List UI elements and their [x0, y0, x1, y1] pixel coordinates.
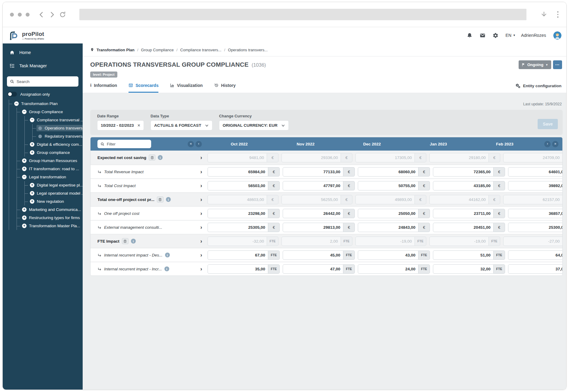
window-control-dot[interactable] [26, 13, 30, 17]
breadcrumb-item[interactable]: Group Compliance [141, 48, 173, 52]
tree-item[interactable]: +Restructuring types for firms [3, 214, 83, 222]
value-input[interactable] [283, 264, 343, 274]
assignation-toggle[interactable] [8, 92, 17, 97]
value-input[interactable] [508, 181, 563, 190]
value-input[interactable] [358, 167, 418, 177]
window-control-dot[interactable] [18, 13, 22, 17]
leaf-dot-icon[interactable] [38, 126, 42, 130]
expand-node-icon[interactable]: + [30, 191, 34, 196]
tree-item[interactable]: −Transformation Plan [3, 100, 83, 108]
tree-item[interactable]: Regulatory transversa... [3, 132, 83, 140]
date-range-input[interactable]: 10/2022 - 02/2023 × [97, 120, 144, 130]
window-control-dot[interactable] [10, 13, 14, 17]
clear-date-icon[interactable]: × [138, 123, 140, 128]
avatar[interactable] [553, 31, 561, 40]
tree-item[interactable]: +Legal operational model ... [3, 189, 83, 197]
more-actions-button[interactable]: ••• [553, 60, 562, 69]
reload-icon[interactable] [59, 11, 66, 18]
expand-row-chevron[interactable]: › [200, 211, 202, 216]
tab-visualization[interactable]: Visualization [170, 83, 202, 93]
expand-node-icon[interactable]: + [30, 142, 34, 147]
tab-information[interactable]: i Information [90, 83, 117, 93]
value-input[interactable] [433, 264, 494, 274]
value-input[interactable] [208, 209, 268, 218]
tree-item[interactable]: +IT transformation: road to ... [3, 165, 83, 173]
next-page-button[interactable]: › [544, 141, 551, 147]
expand-node-icon[interactable]: + [22, 224, 27, 228]
tree-item[interactable]: +Group Human Ressources [3, 157, 83, 165]
expand-node-icon[interactable]: + [22, 167, 27, 171]
calculator-icon[interactable] [157, 196, 164, 202]
expand-node-icon[interactable]: + [22, 158, 27, 163]
breadcrumb-item[interactable]: Compliance transvers... [180, 48, 221, 52]
tree-item[interactable]: +New regulation [3, 197, 83, 206]
calculator-icon[interactable] [122, 238, 129, 244]
value-input[interactable] [283, 209, 343, 218]
info-icon[interactable]: i [131, 239, 136, 244]
sidebar-search[interactable] [7, 76, 78, 87]
breadcrumb-item[interactable]: Operations transvers... [228, 48, 268, 52]
tab-history[interactable]: History [214, 83, 236, 93]
forward-icon[interactable] [49, 11, 56, 18]
collapse-node-icon[interactable]: − [30, 118, 34, 122]
calculator-icon[interactable] [149, 155, 155, 161]
tree-item[interactable]: −Legal transformation [3, 173, 83, 181]
info-icon[interactable]: i [164, 266, 169, 271]
expand-row-chevron[interactable]: › [200, 225, 202, 230]
browser-menu-icon[interactable] [557, 11, 559, 18]
back-icon[interactable] [38, 11, 45, 18]
value-input[interactable] [208, 181, 268, 190]
tree-item[interactable]: Operations transvers... [3, 124, 83, 132]
value-input[interactable] [358, 181, 418, 190]
value-input[interactable] [208, 264, 268, 274]
expand-row-chevron[interactable]: › [200, 197, 202, 202]
expand-row-chevron[interactable]: › [200, 238, 202, 244]
tree-item[interactable]: +Digital legal expertise pl... [3, 181, 83, 189]
value-input[interactable] [508, 264, 563, 274]
value-input[interactable] [433, 223, 494, 232]
save-button[interactable]: Save [538, 119, 558, 129]
propilot-logo[interactable]: proPilot — Powered by dFakto [8, 30, 44, 41]
expand-node-icon[interactable]: + [22, 207, 27, 212]
value-input[interactable] [508, 209, 563, 218]
last-page-button[interactable]: » [552, 141, 558, 147]
expand-row-chevron[interactable]: › [200, 169, 202, 174]
first-page-button[interactable]: « [188, 141, 194, 147]
expand-node-icon[interactable]: + [30, 199, 34, 204]
value-input[interactable] [208, 167, 268, 177]
value-input[interactable] [508, 223, 563, 232]
breadcrumb-item[interactable]: Transformation Plan [97, 48, 135, 52]
tree-item[interactable]: −Group Compliance [3, 108, 83, 116]
expand-row-chevron[interactable]: › [200, 183, 202, 188]
tree-item[interactable]: +Transformation Master Pla... [3, 222, 83, 230]
value-input[interactable] [283, 167, 343, 177]
bell-icon[interactable] [467, 33, 472, 38]
collapse-node-icon[interactable]: − [22, 175, 27, 179]
value-input[interactable] [208, 250, 268, 260]
tab-scorecards[interactable]: Scorecards [129, 83, 158, 93]
value-input[interactable] [358, 250, 418, 260]
status-button[interactable]: Ongoing ▼ [519, 60, 551, 69]
expand-row-chevron[interactable]: › [200, 266, 202, 272]
sidebar-item-home[interactable]: Home [3, 46, 83, 59]
expand-node-icon[interactable]: + [22, 215, 27, 220]
expand-node-icon[interactable]: + [30, 183, 34, 187]
value-input[interactable] [508, 167, 563, 177]
table-filter[interactable] [97, 140, 151, 148]
currency-select[interactable]: ORIGINAL CURRENCY: EUR [219, 120, 289, 130]
gear-icon[interactable] [493, 33, 498, 38]
collapse-node-icon[interactable]: − [14, 101, 19, 106]
address-bar[interactable] [79, 9, 526, 20]
value-input[interactable] [208, 223, 268, 232]
value-input[interactable] [283, 181, 343, 190]
info-icon[interactable]: i [165, 253, 170, 257]
expand-row-chevron[interactable]: › [200, 155, 202, 160]
expand-row-chevron[interactable]: › [200, 252, 202, 258]
value-input[interactable] [283, 250, 343, 260]
language-selector[interactable]: EN▼ [506, 33, 516, 38]
search-input[interactable] [17, 79, 75, 84]
window-controls[interactable] [10, 13, 30, 17]
leaf-dot-icon[interactable] [38, 135, 42, 138]
value-input[interactable] [358, 223, 418, 232]
mail-icon[interactable] [480, 33, 485, 38]
